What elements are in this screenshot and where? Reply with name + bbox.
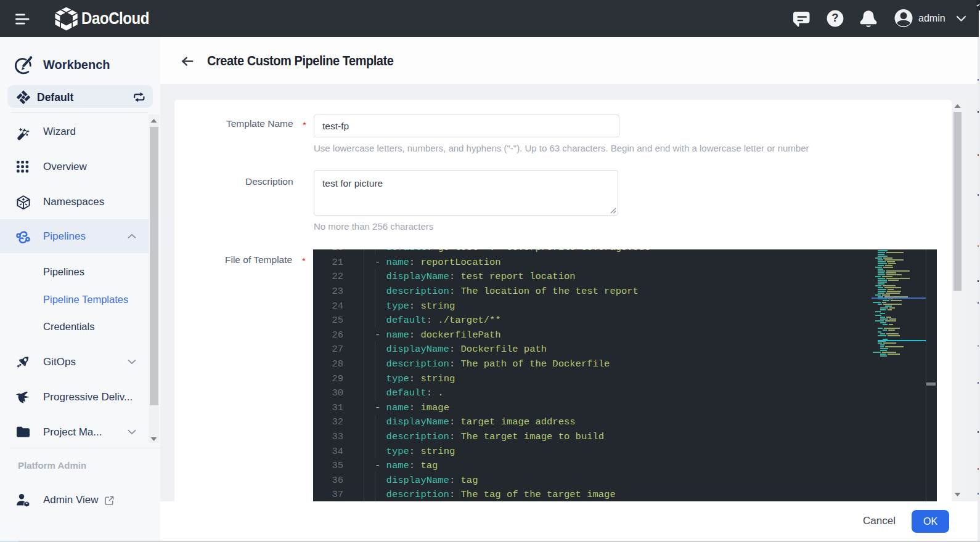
svg-text:?: ? — [831, 11, 838, 24]
